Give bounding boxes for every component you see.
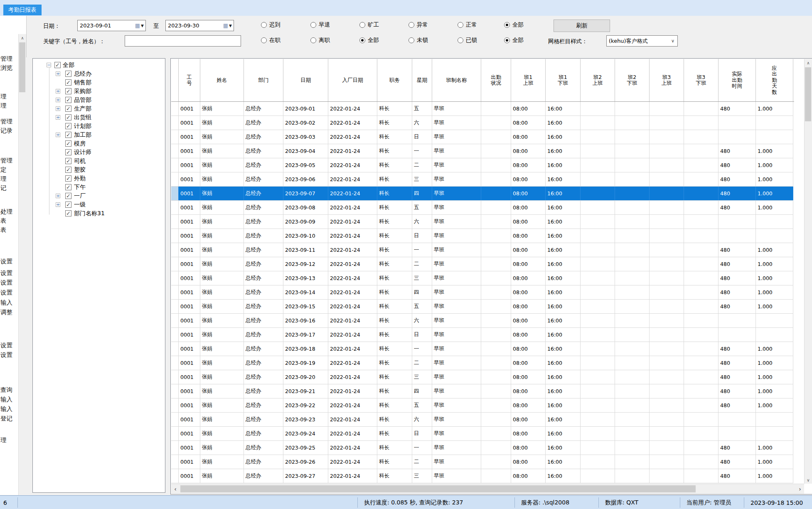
table-cell[interactable]: 总经办 [244,469,283,483]
table-row[interactable]: 0001张娟总经办2023-09-052022-01-24科长二早班08:001… [171,158,793,172]
table-cell[interactable] [684,201,718,214]
table-cell[interactable]: 科长 [377,187,412,200]
table-cell[interactable] [756,314,793,327]
table-cell[interactable]: 总经办 [244,441,283,455]
side-menu-item-clipped[interactable]: 设置 [0,258,17,266]
table-cell[interactable]: 0001 [179,201,200,214]
table-cell[interactable]: 早班 [432,187,481,200]
table-cell[interactable]: 张娟 [200,201,244,214]
table-cell[interactable]: 张娟 [200,469,244,483]
table-cell[interactable] [650,172,684,186]
table-cell[interactable]: 1.000 [756,102,793,116]
table-cell[interactable]: 1.000 [756,158,793,172]
table-cell[interactable]: 2023-09-15 [283,300,328,313]
table-cell[interactable]: 08:00 [511,201,546,214]
row-indicator-cell[interactable] [171,314,179,327]
table-cell[interactable] [684,342,718,356]
table-cell[interactable] [684,356,718,370]
table-cell[interactable]: 0001 [179,314,200,327]
table-cell[interactable] [756,427,793,440]
table-cell[interactable]: 2023-09-26 [283,455,328,469]
table-cell[interactable]: 08:00 [511,102,546,116]
checkbox-checked-icon[interactable]: ✓ [65,88,71,94]
table-cell[interactable]: 科长 [377,130,412,144]
table-cell[interactable] [615,342,650,356]
table-cell[interactable]: 科长 [377,300,412,313]
row-indicator-cell[interactable] [171,342,179,356]
table-cell[interactable]: 0001 [179,144,200,158]
table-cell[interactable]: 16:00 [546,243,581,257]
row-indicator-cell[interactable] [171,398,179,412]
table-cell[interactable] [581,413,615,426]
table-cell[interactable] [650,201,684,214]
table-cell[interactable] [581,187,615,200]
table-cell[interactable]: 480 [718,243,756,257]
table-cell[interactable]: 张娟 [200,130,244,144]
table-cell[interactable] [718,116,756,130]
table-row[interactable]: 0001张娟总经办2023-09-212022-01-24科长四早班08:001… [171,384,793,398]
table-cell[interactable]: 三 [412,370,432,384]
table-cell[interactable]: 早班 [432,384,481,398]
table-cell[interactable]: 2022-01-24 [328,172,377,186]
table-cell[interactable] [581,201,615,214]
table-cell[interactable] [615,398,650,412]
table-cell[interactable]: 2022-01-24 [328,427,377,440]
table-cell[interactable]: 早班 [432,130,481,144]
table-cell[interactable]: 16:00 [546,187,581,200]
table-cell[interactable]: 0001 [179,413,200,426]
table-cell[interactable]: 总经办 [244,187,283,200]
table-cell[interactable]: 总经办 [244,229,283,243]
tree-item-总经办[interactable]: +✓总经办 [33,70,164,78]
grid-style-select[interactable]: (kehu)客户格式 ∨ [606,35,678,47]
table-cell[interactable] [481,130,511,144]
scroll-right-icon[interactable]: › [796,484,804,494]
table-cell[interactable] [481,413,511,426]
table-cell[interactable] [615,257,650,271]
table-cell[interactable] [581,271,615,285]
table-cell[interactable]: 0001 [179,469,200,483]
table-cell[interactable]: 张娟 [200,215,244,229]
table-cell[interactable]: 早班 [432,215,481,229]
radio-icon[interactable] [408,22,414,28]
table-cell[interactable] [481,257,511,271]
table-cell[interactable] [615,116,650,130]
table-cell[interactable] [581,328,615,342]
table-cell[interactable] [650,229,684,243]
table-cell[interactable]: 科长 [377,201,412,214]
radio-icon[interactable] [359,37,365,43]
table-cell[interactable]: 1.000 [756,370,793,384]
collapse-icon[interactable]: − [47,63,51,67]
table-cell[interactable]: 早班 [432,300,481,313]
table-cell[interactable] [481,455,511,469]
table-cell[interactable] [581,469,615,483]
table-cell[interactable]: 480 [718,158,756,172]
table-cell[interactable]: 张娟 [200,328,244,342]
table-cell[interactable]: 16:00 [546,144,581,158]
table-cell[interactable]: 2022-01-24 [328,285,377,299]
tree-item-计划部[interactable]: ✓计划部 [33,122,164,130]
table-cell[interactable]: 张娟 [200,158,244,172]
table-cell[interactable]: 张娟 [200,314,244,327]
table-cell[interactable]: 2023-09-19 [283,356,328,370]
tree-item-生产部[interactable]: +✓生产部 [33,105,164,113]
table-cell[interactable]: 1.000 [756,172,793,186]
table-cell[interactable]: 张娟 [200,243,244,257]
side-menu-item-clipped[interactable]: 浏览 [0,64,17,72]
table-cell[interactable] [481,229,511,243]
table-cell[interactable]: 科长 [377,469,412,483]
table-cell[interactable] [650,342,684,356]
table-cell[interactable]: 08:00 [511,455,546,469]
employment-status-radio[interactable]: 全部 [504,37,524,44]
table-cell[interactable]: 16:00 [546,328,581,342]
table-cell[interactable]: 1.000 [756,441,793,455]
table-cell[interactable] [684,116,718,130]
table-cell[interactable]: 科长 [377,314,412,327]
table-cell[interactable]: 科长 [377,102,412,116]
attendance-status-radio[interactable]: 迟到 [261,21,281,29]
table-cell[interactable]: 总经办 [244,158,283,172]
table-cell[interactable]: 16:00 [546,314,581,327]
attendance-status-radio[interactable]: 异常 [408,21,428,29]
attendance-status-radio[interactable]: 全部 [504,21,524,29]
table-cell[interactable]: 一 [412,342,432,356]
side-menu-item-clipped[interactable]: 理 [0,102,17,110]
